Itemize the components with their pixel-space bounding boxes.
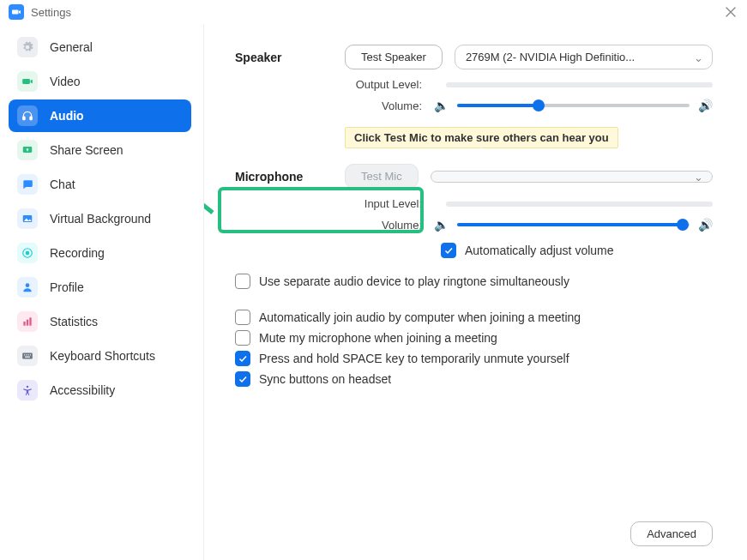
- svg-rect-11: [24, 354, 25, 355]
- input-level-label: Input Level:: [345, 197, 422, 210]
- sidebar-item-label: General: [50, 40, 93, 54]
- output-level-meter: [446, 82, 713, 87]
- auto-join-checkbox[interactable]: [235, 310, 250, 325]
- volume-low-icon: 🔈: [434, 218, 449, 232]
- user-icon: [17, 277, 38, 298]
- auto-adjust-checkbox[interactable]: [441, 243, 456, 258]
- sidebar-item-statistics[interactable]: Statistics: [9, 305, 191, 338]
- accessibility-icon: [17, 380, 38, 400]
- volume-high-icon: 🔊: [698, 218, 713, 232]
- sidebar-item-share-screen[interactable]: Share Screen: [9, 134, 191, 166]
- speaker-volume-label: Volume:: [345, 99, 422, 112]
- chevron-down-icon: ⌄: [694, 171, 703, 183]
- sidebar-item-general[interactable]: General: [9, 31, 191, 63]
- mic-hint: Click Test Mic to make sure others can h…: [345, 127, 618, 148]
- speaker-volume-slider[interactable]: [457, 96, 690, 115]
- svg-rect-0: [23, 117, 25, 120]
- test-speaker-button[interactable]: Test Speaker: [345, 45, 443, 69]
- sidebar-item-video[interactable]: Video: [9, 65, 191, 98]
- svg-rect-1: [30, 117, 32, 120]
- mic-section-label: Microphone: [235, 170, 345, 184]
- svg-line-17: [204, 117, 213, 213]
- annotation-arrow: [204, 101, 221, 230]
- mic-device-select[interactable]: ⌄: [431, 171, 713, 183]
- svg-rect-9: [29, 317, 31, 325]
- test-mic-button[interactable]: Test Mic: [345, 164, 419, 189]
- sidebar-item-label: Chat: [50, 178, 75, 191]
- svg-rect-8: [27, 320, 28, 326]
- content-panel: Speaker Test Speaker 2769M (2- NVIDIA Hi…: [204, 24, 747, 560]
- sidebar-item-label: Video: [50, 75, 81, 88]
- keyboard-icon: [17, 346, 38, 366]
- video-icon: [17, 71, 38, 92]
- speaker-device-value: 2769M (2- NVIDIA High Definitio...: [466, 51, 635, 63]
- sidebar-item-label: Virtual Background: [50, 212, 151, 226]
- share-screen-icon: [17, 140, 38, 160]
- sidebar-item-label: Audio: [50, 109, 84, 123]
- volume-high-icon: 🔊: [698, 99, 713, 112]
- space-unmute-label: Press and hold SPACE key to temporarily …: [259, 352, 569, 365]
- auto-adjust-label: Automatically adjust volume: [465, 244, 614, 257]
- mute-on-join-label: Mute my microphone when joining a meetin…: [259, 331, 497, 345]
- space-unmute-checkbox[interactable]: [235, 351, 250, 366]
- sidebar-item-audio[interactable]: Audio: [9, 99, 191, 132]
- sidebar-item-keyboard-shortcuts[interactable]: Keyboard Shortcuts: [9, 340, 191, 372]
- mic-volume-slider[interactable]: [457, 215, 690, 234]
- sidebar-item-label: Share Screen: [50, 143, 123, 157]
- speaker-section-label: Speaker: [235, 51, 345, 64]
- svg-point-6: [26, 283, 30, 287]
- advanced-button[interactable]: Advanced: [630, 521, 713, 546]
- auto-join-label: Automatically join audio by computer whe…: [259, 310, 581, 324]
- sidebar-item-profile[interactable]: Profile: [9, 271, 191, 304]
- svg-rect-14: [30, 354, 31, 355]
- record-icon: [17, 243, 38, 263]
- svg-rect-10: [22, 353, 33, 359]
- sidebar-item-accessibility[interactable]: Accessibility: [9, 374, 191, 406]
- sidebar-item-label: Profile: [50, 280, 84, 294]
- svg-rect-13: [28, 354, 29, 355]
- app-icon: [9, 4, 24, 20]
- output-level-label: Output Level:: [345, 78, 422, 91]
- input-level-meter: [446, 202, 713, 207]
- separate-device-label: Use separate audio device to play ringto…: [259, 274, 569, 288]
- sidebar: General Video Audio Share Screen Chat: [0, 24, 204, 560]
- svg-rect-15: [25, 357, 30, 358]
- volume-low-icon: 🔈: [434, 99, 449, 112]
- sidebar-item-virtual-background[interactable]: Virtual Background: [9, 202, 191, 235]
- image-icon: [17, 208, 38, 229]
- svg-rect-7: [23, 322, 25, 326]
- svg-point-16: [27, 386, 28, 388]
- sync-headset-label: Sync buttons on headset: [259, 372, 391, 386]
- sidebar-item-chat[interactable]: Chat: [9, 168, 191, 201]
- sidebar-item-label: Accessibility: [50, 383, 115, 397]
- sidebar-item-label: Keyboard Shortcuts: [50, 349, 155, 363]
- chat-icon: [17, 174, 38, 195]
- bar-chart-icon: [17, 311, 38, 332]
- headphones-icon: [17, 105, 38, 126]
- separate-device-checkbox[interactable]: [235, 274, 250, 289]
- mute-on-join-checkbox[interactable]: [235, 330, 250, 346]
- chevron-down-icon: ⌄: [694, 51, 703, 63]
- speaker-device-select[interactable]: 2769M (2- NVIDIA High Definitio... ⌄: [455, 45, 713, 69]
- svg-point-5: [26, 251, 30, 256]
- sidebar-item-recording[interactable]: Recording: [9, 237, 191, 269]
- window-title: Settings: [31, 6, 71, 19]
- sidebar-item-label: Statistics: [50, 315, 98, 328]
- svg-rect-12: [26, 354, 27, 355]
- sync-headset-checkbox[interactable]: [235, 371, 250, 387]
- mic-volume-label: Volume:: [345, 219, 422, 232]
- sidebar-item-label: Recording: [50, 246, 105, 260]
- gear-icon: [17, 37, 38, 57]
- close-icon[interactable]: [723, 4, 738, 20]
